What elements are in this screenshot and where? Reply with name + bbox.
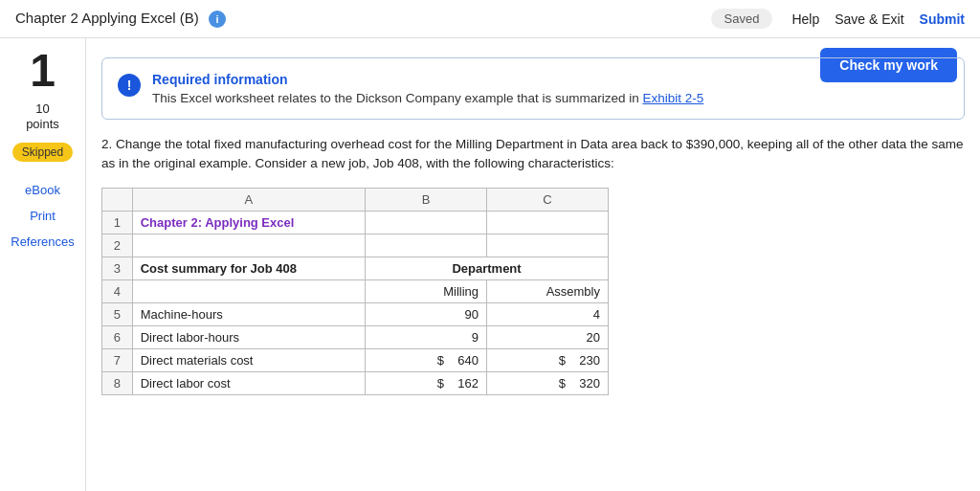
cell-1a: Chapter 2: Applying Excel	[132, 211, 365, 234]
col-a-header: A	[132, 188, 365, 211]
table-row: 5 Machine-hours 90 4	[102, 302, 609, 325]
table-row: 6 Direct labor-hours 9 20	[102, 325, 609, 348]
skipped-badge: Skipped	[12, 143, 73, 162]
row-num: 6	[102, 325, 133, 348]
cell-6c: 20	[487, 325, 609, 348]
cell-3b-department: Department	[366, 257, 609, 279]
table-row: 1 Chapter 2: Applying Excel	[102, 211, 609, 234]
row-num: 1	[102, 211, 133, 234]
main-layout: 1 10 points Skipped eBook Print Referenc…	[0, 38, 980, 491]
cell-5a: Machine-hours	[132, 302, 365, 325]
required-info-title: Required information	[152, 72, 703, 87]
cell-5b: 90	[366, 302, 487, 325]
title-text: Chapter 2 Applying Excel (B)	[15, 10, 199, 26]
row-num: 7	[102, 348, 133, 371]
required-info-content: Required information This Excel workshee…	[152, 72, 703, 105]
row-num: 3	[102, 257, 133, 279]
header: Chapter 2 Applying Excel (B) i Saved Hel…	[0, 0, 980, 38]
cell-8c: $ 320	[487, 371, 609, 394]
cell-1b	[366, 211, 487, 234]
cell-2c	[487, 234, 609, 257]
cell-2b	[366, 234, 487, 257]
row-num: 4	[102, 279, 133, 302]
exclamation-icon: !	[118, 74, 141, 97]
save-exit-button[interactable]: Save & Exit	[835, 11, 903, 27]
cell-1c	[487, 211, 609, 234]
sidebar: 1 10 points Skipped eBook Print Referenc…	[0, 38, 86, 491]
col-label-row: A B C	[102, 188, 609, 211]
cell-7a: Direct materials cost	[132, 348, 365, 371]
header-actions: Help Save & Exit Submit	[791, 11, 965, 27]
main-content: Check my work ! Required information Thi…	[86, 38, 980, 491]
ebook-link[interactable]: eBook	[0, 181, 85, 199]
saved-badge: Saved	[711, 9, 773, 29]
page-title: Chapter 2 Applying Excel (B) i	[15, 10, 711, 28]
row-num: 2	[102, 234, 133, 257]
col-empty-header	[102, 188, 133, 211]
cell-7c: $ 230	[487, 348, 609, 371]
row-num: 5	[102, 302, 133, 325]
question-number: 1	[30, 48, 56, 94]
print-link[interactable]: Print	[0, 207, 85, 225]
problem-text: 2. Change the total fixed manufacturing …	[101, 135, 965, 174]
cell-7b: $ 640	[366, 348, 487, 371]
chapter-title: Chapter 2: Applying Excel	[141, 215, 295, 230]
help-button[interactable]: Help	[791, 11, 819, 27]
cell-3a: Cost summary for Job 408	[132, 257, 365, 279]
submit-button[interactable]: Submit	[920, 11, 965, 27]
cell-4a	[132, 279, 365, 302]
table-row: 4 Milling Assembly	[102, 279, 609, 302]
points-value: 10	[35, 101, 49, 116]
cell-8b: $ 162	[366, 371, 487, 394]
exhibit-link[interactable]: Exhibit 2-5	[642, 91, 703, 105]
row-num: 8	[102, 371, 133, 394]
points-label: 10 points	[26, 101, 59, 131]
required-info-box: ! Required information This Excel worksh…	[101, 57, 965, 120]
references-link[interactable]: References	[0, 233, 85, 251]
cell-4b-milling: Milling	[366, 279, 487, 302]
required-info-body: This Excel worksheet relates to the Dick…	[152, 91, 642, 105]
table-row: 3 Cost summary for Job 408 Department	[102, 257, 609, 279]
col-b-header: B	[366, 188, 487, 211]
table-row: 7 Direct materials cost $ 640 $ 230	[102, 348, 609, 371]
excel-table: A B C 1 Chapter 2: Applying Excel 2	[101, 188, 609, 395]
col-c-header: C	[487, 188, 609, 211]
required-info-text: This Excel worksheet relates to the Dick…	[152, 91, 703, 105]
cell-5c: 4	[487, 302, 609, 325]
points-text: points	[26, 117, 59, 131]
cell-8a: Direct labor cost	[132, 371, 365, 394]
table-row: 2	[102, 234, 609, 257]
cell-2a	[132, 234, 365, 257]
table-row: 8 Direct labor cost $ 162 $ 320	[102, 371, 609, 394]
cell-6b: 9	[366, 325, 487, 348]
info-icon[interactable]: i	[209, 11, 226, 28]
cell-4c-assembly: Assembly	[487, 279, 609, 302]
sidebar-nav: eBook Print References	[0, 181, 85, 251]
cell-6a: Direct labor-hours	[132, 325, 365, 348]
